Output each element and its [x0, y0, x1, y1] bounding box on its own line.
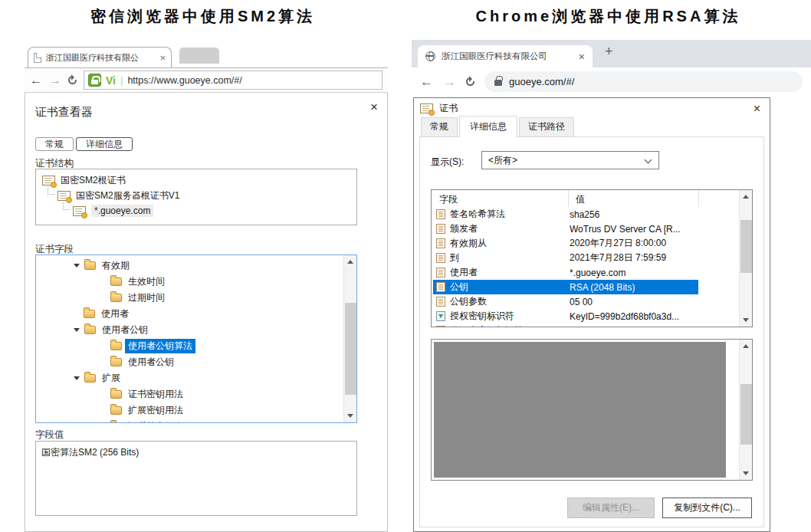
field-node-label: 证书密钥用法	[128, 388, 183, 401]
column-header-value[interactable]: 值	[576, 193, 585, 206]
viewer-close-icon[interactable]: ×	[370, 100, 378, 113]
forward-icon[interactable]: →	[443, 75, 456, 88]
scroll-down-icon[interactable]	[347, 414, 353, 418]
value-label: 字段值	[35, 429, 64, 442]
dialog-body: 显示(S): <所有> 字段 值 签名哈希算法	[419, 136, 764, 527]
cell-field: 有效期从	[450, 237, 570, 250]
field-doc-icon	[436, 326, 445, 327]
left-browser-tab[interactable]: 浙江国眼医疗科技有限公 ×	[28, 47, 172, 67]
tab-close-icon[interactable]: ×	[579, 51, 585, 62]
field-node-label: 使用者	[101, 307, 129, 320]
table-rows: 签名哈希算法 sha256 颁发者 WoTrus DV Server CA [R…	[432, 207, 739, 327]
folder-icon	[110, 406, 122, 415]
tab-close-icon[interactable]: ×	[159, 53, 166, 63]
scrollbar-thumb[interactable]	[740, 220, 752, 273]
column-divider[interactable]	[568, 190, 569, 207]
copy-to-file-button[interactable]: 复制到文件(C)...	[662, 498, 752, 518]
cell-value: WoTrus DV Server CA [R...	[570, 224, 681, 235]
mesince-v1-logo: Vi	[106, 74, 116, 87]
field-doc-icon	[436, 268, 445, 277]
table-row[interactable]: 颁发者 WoTrus DV Server CA [R...	[432, 222, 739, 236]
left-url-text[interactable]: https://www.guoeye.com/#/	[127, 75, 241, 86]
left-caption: 密信浏览器中使用SM2算法	[0, 6, 406, 27]
ssl-lock-icon[interactable]	[494, 80, 502, 86]
field-doc-icon	[436, 297, 445, 307]
left-toolbar: ← → Vi | https://www.guoeye.com/#/	[25, 67, 388, 93]
cell-value: 2021年7月28日 7:59:59	[570, 251, 666, 264]
new-tab-stub[interactable]	[179, 48, 219, 64]
scroll-up-icon[interactable]	[347, 260, 353, 264]
expand-triangle-icon[interactable]	[74, 376, 80, 380]
tree-item-label: 国密SM2服务器根证书V1	[76, 189, 179, 202]
tree-item-intermediate-cert[interactable]: 国密SM2服务器根证书V1	[57, 189, 179, 202]
tree-item-root-cert[interactable]: 国密SM2根证书	[42, 174, 126, 187]
scroll-down-icon[interactable]	[743, 471, 749, 475]
tab-certification-path[interactable]: 证书路径	[519, 117, 574, 137]
certificate-structure-tree: 国密SM2根证书 国密SM2服务器根证书V1 *.guoeye.com	[35, 169, 357, 225]
field-node-subject[interactable]: 使用者	[36, 306, 343, 322]
field-node-public-key-algorithm[interactable]: 使用者公钥算法	[36, 338, 343, 354]
show-dropdown-value: <所有>	[488, 154, 517, 167]
field-node-subject-public-key[interactable]: 使用者公钥	[36, 322, 343, 338]
chrome-browser-window: 浙江国眼医疗科技有限公司 × + ← → guoeye.com/#/ 证书 × …	[412, 40, 811, 532]
windows-certificate-dialog: 证书 × 常规 详细信息 证书路径 显示(S): <所有> 字段 值	[413, 97, 770, 532]
table-row[interactable]: 到 2021年7月28日 7:59:59	[432, 251, 739, 265]
table-row[interactable]: 使用者 *.guoeye.com	[432, 265, 739, 280]
field-node-not-before[interactable]: 生效时间	[36, 274, 343, 290]
back-icon[interactable]: ←	[420, 75, 433, 88]
expand-triangle-icon[interactable]	[74, 328, 80, 332]
field-node-ext-key-usage[interactable]: 扩展密钥用法	[36, 402, 343, 419]
field-node-public-key[interactable]: 使用者公钥	[36, 354, 343, 370]
chrome-browser-tab[interactable]: 浙江国眼医疗科技有限公司 ×	[418, 45, 593, 67]
field-node-cert-key-usage[interactable]: 证书密钥用法	[36, 386, 343, 402]
fields-scrollbar[interactable]	[343, 255, 356, 422]
show-dropdown[interactable]: <所有>	[481, 151, 659, 169]
field-node-validity[interactable]: 有效期	[36, 258, 343, 274]
cell-field: 签名哈希算法	[450, 208, 570, 221]
table-row[interactable]: 签名哈希算法 sha256	[432, 207, 739, 222]
detail-scrollbar[interactable]	[739, 340, 752, 480]
field-node-label: 扩展	[102, 372, 120, 385]
field-node-not-after[interactable]: 过期时间	[36, 290, 343, 306]
field-node-label: 生效时间	[128, 275, 165, 288]
field-node-label-selected: 使用者公钥算法	[125, 339, 195, 353]
left-tab-title: 浙江国眼医疗科技有限公	[46, 52, 155, 64]
reload-icon[interactable]	[68, 76, 77, 84]
expand-triangle-icon[interactable]	[74, 264, 80, 268]
cell-field: 公钥	[450, 281, 570, 294]
field-node-basic-constraints[interactable]: 证书基本约束	[36, 419, 343, 423]
tab-details[interactable]: 详细信息	[459, 116, 517, 138]
table-row[interactable]: 授权密钥标识符 KeyID=999b2df68bf0a3d...	[432, 309, 739, 323]
reload-icon[interactable]	[466, 77, 474, 86]
new-tab-icon[interactable]: +	[605, 44, 613, 60]
chrome-address-bar[interactable]: guoeye.com/#/	[484, 71, 803, 92]
tab-details[interactable]: 详细信息	[76, 137, 133, 151]
table-row-clipped[interactable]: 使用者密钥标识符 80805-20d2-43702800d5	[432, 323, 739, 327]
column-header-field[interactable]: 字段	[439, 193, 458, 206]
dialog-close-icon[interactable]: ×	[754, 103, 760, 115]
scroll-down-icon[interactable]	[743, 318, 749, 322]
scroll-up-icon[interactable]	[743, 344, 749, 348]
tab-general[interactable]: 常规	[35, 137, 74, 151]
right-url-text[interactable]: guoeye.com/#/	[509, 76, 574, 87]
folder-icon	[84, 261, 96, 270]
ssl-lock-icon[interactable]	[88, 74, 101, 87]
scrollbar-thumb[interactable]	[345, 303, 356, 395]
table-scrollbar[interactable]	[739, 190, 752, 327]
column-divider[interactable]	[698, 190, 699, 207]
scroll-up-icon[interactable]	[743, 195, 749, 199]
field-node-extensions[interactable]: 扩展	[36, 370, 343, 386]
table-row[interactable]: 公钥参数 05 00	[432, 294, 739, 309]
field-doc-icon	[436, 282, 445, 292]
tab-general[interactable]: 常规	[421, 117, 458, 137]
table-row-selected[interactable]: 公钥 RSA (2048 Bits)	[432, 280, 739, 294]
left-address-bar[interactable]: Vi | https://www.guoeye.com/#/	[84, 71, 383, 90]
forward-icon[interactable]: →	[49, 74, 61, 87]
tree-item-leaf-cert[interactable]: *.guoeye.com	[73, 205, 153, 217]
table-row[interactable]: 有效期从 2020年7月27日 8:00:00	[432, 236, 739, 251]
field-node-label: 有效期	[102, 259, 130, 272]
cell-value: 05 00	[570, 297, 593, 307]
back-icon[interactable]: ←	[30, 74, 42, 87]
field-value-text: 国密算法SM2 (256 Bits)	[41, 447, 139, 458]
scrollbar-thumb[interactable]	[740, 384, 752, 445]
